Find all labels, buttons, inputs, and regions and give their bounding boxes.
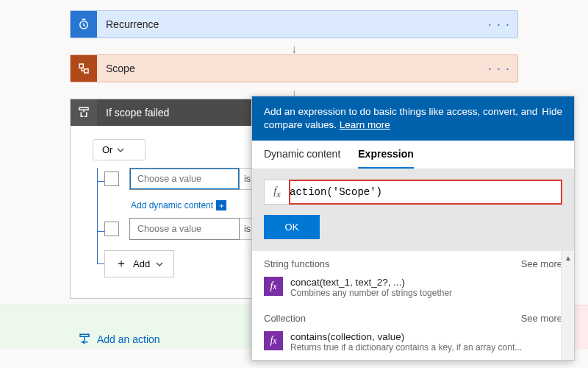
hide-button[interactable]: Hide [542,105,562,118]
scope-icon [71,55,97,82]
add-condition-button[interactable]: ＋ Add [104,250,174,277]
svg-rect-3 [79,107,88,110]
svg-rect-2 [85,69,88,73]
see-more-link[interactable]: See more [521,313,562,324]
group-type-label: Or [102,144,112,155]
fx-icon: fx [265,185,290,200]
section-title: String functions [264,258,330,269]
scope-title: Scope [97,63,481,74]
add-action-icon [78,333,91,346]
tab-expression[interactable]: Expression [358,148,413,169]
chevron-down-icon [117,146,124,154]
ok-button[interactable]: OK [264,215,320,239]
add-action-button[interactable]: Add an action [78,333,160,346]
card-menu-recurrence[interactable]: · · · [481,17,517,32]
plus-icon: ＋ [115,256,127,272]
see-more-link[interactable]: See more [521,258,562,269]
scope-card[interactable]: Scope · · · [70,54,518,82]
learn-more-link[interactable]: Learn more [340,119,390,130]
function-item[interactable]: fx concat(text_1, text_2?, ...) Combines… [252,272,574,305]
recurrence-card[interactable]: Recurrence · · · [70,10,518,38]
fx-icon: fx [264,277,283,296]
card-menu-scope[interactable]: · · · [481,61,517,77]
svg-rect-4 [80,334,89,336]
value-input[interactable] [129,218,240,240]
scrollbar[interactable]: ▲ [561,251,574,360]
section-title: Collection [264,313,306,324]
add-dynamic-content-link[interactable]: Add dynamic content ＋ [131,200,226,210]
row-checkbox[interactable] [104,171,119,186]
fx-icon: fx [264,331,283,350]
recurrence-title: Recurrence [97,18,481,30]
tab-dynamic-content[interactable]: Dynamic content [264,148,340,169]
plus-icon: ＋ [216,200,226,210]
svg-rect-1 [79,64,83,68]
expression-input[interactable] [290,180,562,204]
condition-icon [71,99,97,126]
popover-banner: Add an expression to do basic things lik… [252,96,574,141]
expression-popover: Add an expression to do basic things lik… [251,96,575,361]
value-input[interactable] [129,168,240,190]
scroll-up-icon[interactable]: ▲ [562,251,575,264]
row-checkbox[interactable] [104,222,119,236]
chevron-down-icon [156,261,163,268]
group-type-select[interactable]: Or [93,139,146,160]
clock-icon [71,11,97,38]
function-item[interactable]: fx contains(collection, value) Returns t… [252,327,574,360]
